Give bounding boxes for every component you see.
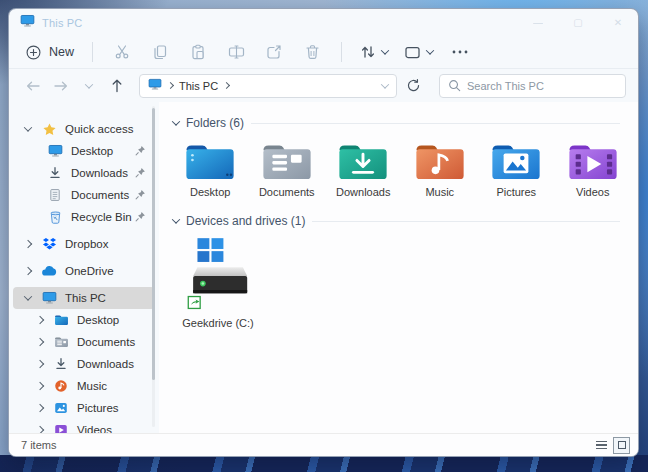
cut-button[interactable] xyxy=(103,39,141,65)
breadcrumb-separator-icon xyxy=(223,82,230,89)
pin-icon xyxy=(135,145,146,158)
plus-circle-icon xyxy=(25,44,42,61)
folder-tile-downloads[interactable]: Downloads xyxy=(326,138,401,204)
chevron-right-icon[interactable] xyxy=(36,360,44,368)
sidebar-item-label: This PC xyxy=(65,292,106,304)
recent-locations-button[interactable] xyxy=(77,74,101,98)
chevron-right-icon[interactable] xyxy=(24,240,32,248)
chevron-down-icon[interactable] xyxy=(172,117,180,125)
copy-button[interactable] xyxy=(141,39,179,65)
sidebar-item-this-pc-desktop[interactable]: Desktop xyxy=(13,309,155,331)
title-bar[interactable]: This PC — ▢ ✕ xyxy=(9,9,638,36)
window-title: This PC xyxy=(42,17,83,29)
sidebar-item-label: Documents xyxy=(77,336,135,348)
folder-tile-pictures[interactable]: Pictures xyxy=(479,138,554,204)
sidebar-item-label: OneDrive xyxy=(65,265,114,277)
details-view-button[interactable] xyxy=(596,441,607,450)
section-title: Folders (6) xyxy=(186,116,244,130)
refresh-button[interactable] xyxy=(401,74,425,98)
section-header-devices[interactable]: Devices and drives (1) xyxy=(173,214,630,228)
sidebar-scrollbar-thumb[interactable] xyxy=(152,108,155,380)
chevron-right-icon[interactable] xyxy=(24,267,32,275)
address-breadcrumb-bar[interactable]: This PC xyxy=(139,74,397,98)
sidebar-item-documents-pinned[interactable]: Documents xyxy=(13,184,155,206)
search-box[interactable] xyxy=(439,74,626,98)
chevron-right-icon[interactable] xyxy=(36,316,44,324)
large-icons-view-button[interactable] xyxy=(613,437,630,454)
rename-button[interactable] xyxy=(217,39,255,65)
folder-tile-documents[interactable]: Documents xyxy=(250,138,325,204)
section-header-folders[interactable]: Folders (6) xyxy=(173,116,630,130)
arrow-up-icon xyxy=(110,78,124,93)
minimize-button[interactable]: — xyxy=(518,9,558,36)
items-count: 7 items xyxy=(21,439,56,451)
pictures-folder-icon xyxy=(489,140,543,184)
section-divider xyxy=(251,123,620,124)
sidebar-item-this-pc-downloads[interactable]: Downloads xyxy=(13,353,155,375)
chevron-right-icon[interactable] xyxy=(36,404,44,412)
chevron-down-icon xyxy=(85,80,93,88)
scissors-icon xyxy=(114,44,130,60)
more-options-button[interactable] xyxy=(441,49,479,55)
folder-tile-music[interactable]: Music xyxy=(403,138,478,204)
view-layout-icon xyxy=(404,45,421,60)
chevron-down-icon[interactable] xyxy=(24,123,32,131)
item-label: Desktop xyxy=(190,186,230,198)
document-icon xyxy=(47,187,63,203)
address-bar-row: This PC xyxy=(9,69,638,102)
folder-tile-videos[interactable]: Videos xyxy=(556,138,631,204)
up-button[interactable] xyxy=(105,74,129,98)
new-button[interactable]: New xyxy=(23,40,82,65)
sidebar-item-dropbox[interactable]: Dropbox xyxy=(13,233,155,255)
sidebar-item-recycle-bin-pinned[interactable]: Recycle Bin xyxy=(13,206,155,228)
rename-icon xyxy=(228,44,245,60)
view-toggles xyxy=(596,437,630,454)
chevron-down-icon[interactable] xyxy=(172,215,180,223)
this-pc-monitor-icon xyxy=(148,78,162,93)
close-button[interactable]: ✕ xyxy=(598,9,638,36)
devices-grid: Geekdrive (C:) xyxy=(173,236,630,329)
sidebar-item-this-pc-music[interactable]: Music xyxy=(13,375,155,397)
back-button[interactable] xyxy=(21,74,45,98)
forward-button[interactable] xyxy=(49,74,73,98)
item-label: Geekdrive (C:) xyxy=(182,317,254,329)
sidebar-item-quick-access[interactable]: Quick access xyxy=(13,118,155,140)
sidebar-item-label: Downloads xyxy=(77,358,134,370)
desktop-wallpaper: This PC — ▢ ✕ New xyxy=(0,0,648,472)
chevron-right-icon[interactable] xyxy=(36,338,44,346)
sidebar-item-label: Documents xyxy=(71,189,129,201)
sidebar-item-downloads-pinned[interactable]: Downloads xyxy=(13,162,155,184)
sidebar-item-desktop-pinned[interactable]: Desktop xyxy=(13,140,155,162)
address-dropdown-icon[interactable] xyxy=(381,80,389,88)
chevron-down-icon[interactable] xyxy=(24,292,32,300)
delete-button[interactable] xyxy=(293,39,331,65)
item-label: Downloads xyxy=(336,186,390,198)
navigation-pane: Quick access Desktop xyxy=(9,102,159,433)
chevron-down-icon xyxy=(426,46,434,54)
paste-button[interactable] xyxy=(179,39,217,65)
star-icon xyxy=(41,121,57,137)
view-button[interactable] xyxy=(396,45,441,60)
sidebar-item-this-pc[interactable]: This PC xyxy=(13,287,155,309)
folder-tile-desktop[interactable]: Desktop xyxy=(173,138,248,204)
maximize-button[interactable]: ▢ xyxy=(558,9,598,36)
sort-button[interactable] xyxy=(352,44,396,60)
sidebar-item-this-pc-pictures[interactable]: Pictures xyxy=(13,397,155,419)
documents-folder-icon xyxy=(260,140,314,184)
sidebar-item-this-pc-documents[interactable]: Documents xyxy=(13,331,155,353)
share-icon xyxy=(266,44,282,60)
share-button[interactable] xyxy=(255,39,293,65)
documents-folder-icon xyxy=(53,334,69,350)
chevron-right-icon[interactable] xyxy=(36,382,44,390)
toolbar-divider xyxy=(92,42,93,62)
search-input[interactable] xyxy=(467,80,617,92)
sidebar-item-label: Desktop xyxy=(77,314,119,326)
breadcrumb-this-pc[interactable]: This PC xyxy=(179,80,218,92)
pictures-icon xyxy=(53,400,69,416)
drive-tile-geekdrive-c[interactable]: Geekdrive (C:) xyxy=(173,236,263,329)
toolbar-divider xyxy=(341,42,342,62)
item-label: Music xyxy=(425,186,454,198)
dropbox-icon xyxy=(41,236,57,252)
sidebar-item-onedrive[interactable]: OneDrive xyxy=(13,260,155,282)
item-label: Pictures xyxy=(496,186,536,198)
